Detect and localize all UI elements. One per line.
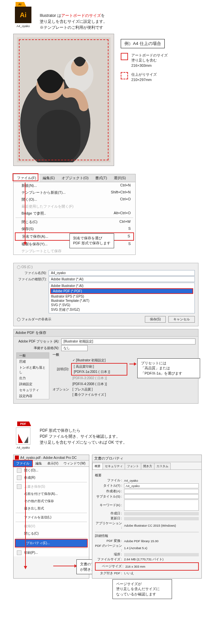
menuitem-save[interactable]: 保存(S)S	[14, 225, 135, 232]
menu-file[interactable]: ファイル(F)	[14, 174, 39, 182]
save-button[interactable]: 保存(S)	[145, 316, 166, 323]
callout-preset: プリセットには 「高品質」または 「PDF/X-1a」を選びます	[137, 358, 200, 378]
section-title: 一般	[53, 352, 195, 357]
ac-menu-view[interactable]: 表示(V)	[45, 461, 61, 466]
p-ver-value: 1.4 (Acrobat 5.x)	[124, 546, 199, 550]
pdf-badge: PDF	[17, 422, 29, 426]
preset-label: Adobe PDF プリセット (A):	[16, 339, 59, 344]
menuitem-new[interactable]: 新規(N)...Ctrl+N	[14, 182, 135, 189]
document-properties-window: 文書のプロパティ 概要 セキュリティ フォント 開き方 カスタム 概要 ファイル…	[92, 455, 202, 579]
arrow-to-properties	[25, 465, 26, 567]
tab-open[interactable]: 開き方	[141, 463, 154, 469]
tab-fonts[interactable]: フォント	[125, 463, 141, 469]
side-marks[interactable]: トンボと裁ち落とし	[17, 365, 49, 375]
menu-edit[interactable]: 編集(E)	[39, 174, 58, 182]
p-app-label: アプリケーション :	[95, 521, 122, 529]
menuitem-open[interactable]: 開く(O)...Ctrl+O	[14, 196, 135, 203]
side-compression[interactable]: 圧縮	[17, 359, 49, 365]
ac-menu-window[interactable]: ウィンドウ(W)	[61, 461, 88, 466]
p-title-label: タイトル(T) :	[95, 484, 122, 488]
p-modified-label: 更新日 :	[95, 516, 122, 521]
legend-title: 例）A4 仕上の場合	[121, 39, 165, 48]
filetype-ait[interactable]: Illustrator Template (*.AIT)	[49, 299, 194, 303]
arrow-horiz	[53, 566, 76, 566]
side-security[interactable]: セキュリティ	[17, 387, 49, 393]
pdf-sidebar[interactable]: 一般 圧縮 トンボと裁ち落とし 出力 詳細設定 セキュリティ 設定内容	[16, 352, 49, 399]
filetype-eps[interactable]: Illustrator EPS (*.EPS)	[49, 294, 194, 299]
p-page-label: ページサイズ :	[96, 564, 123, 569]
ai-badge: AI	[16, 2, 24, 7]
p-conv-label: PDF 変換 :	[95, 539, 122, 543]
p-keyword-input[interactable]	[124, 500, 199, 511]
legend-trim-text: 仕上がりサイズ 210×297mm	[131, 72, 157, 82]
ac-menu-file[interactable]: ファイル	[13, 460, 33, 467]
pdf-file-icon	[16, 427, 30, 445]
p-file-label: ファイル :	[95, 478, 122, 483]
menuitem-close[interactable]: 閉じる(C)Ctrl+W	[14, 219, 135, 225]
standard-select[interactable]: なし	[61, 345, 88, 351]
arrow-to-saveas	[25, 182, 25, 243]
opt-small[interactable]: [ 最小ファイルサイズ ]	[71, 392, 195, 397]
menu-select[interactable]: 選択(S)	[110, 174, 129, 182]
props-tabs[interactable]: 概要 セキュリティ フォント 開き方 カスタム	[92, 462, 201, 470]
ac-properties[interactable]: プロパティ(E)...	[15, 539, 88, 547]
p-size-label: ファイルサイズ :	[95, 557, 122, 562]
tab-security[interactable]: セキュリティ	[103, 463, 125, 469]
opt-highquality[interactable]: [ 高品質印刷 ]	[72, 364, 126, 369]
illustrator-menubar[interactable]: ファイル(F) 編集(E) オブジェクト(O) 書式(T) 選択(S)	[13, 174, 136, 182]
preset-arrow	[129, 364, 136, 364]
group-summary: 概要	[95, 473, 199, 478]
p-subtitle-label: サブタイトル(S) :	[95, 495, 122, 499]
opt-press[interactable]: [ プレス品質 ]	[71, 387, 195, 392]
folder-toggle[interactable]: ◯ フォルダーの非表示	[17, 317, 51, 322]
filetype-svg[interactable]: SVG (*.SVG)	[49, 303, 194, 307]
acrobat-app-icon	[15, 456, 19, 460]
tab-summary[interactable]: 概要	[92, 463, 103, 469]
p-conv-value: Adobe PDF library 15.00	[124, 539, 199, 543]
filetype-label: ファイルの種類(T):	[17, 277, 47, 282]
cancel-button[interactable]: キャンセル	[168, 316, 195, 323]
p-tag-label: タグ付き PDF :	[95, 571, 122, 576]
preset-select[interactable]: [Illustrator 初期設定]	[61, 339, 195, 344]
pdf-dialog-title: Adobe PDF を保存	[14, 329, 198, 337]
ac-menu-edit[interactable]: 編集	[33, 461, 45, 466]
legend-trim-icon	[121, 72, 128, 79]
p-app-value: Adobe Illustrator CC 2015 (Windows)	[124, 524, 199, 527]
menuitem-bridge[interactable]: Bridge で参照..Alt+Ctrl+O	[14, 210, 135, 217]
intro-line3: ※テンプレートのご利用が便利です	[40, 24, 107, 30]
save-dlg-os: ◯ OS (C:)	[17, 265, 195, 269]
filetype-list[interactable]: Adobe Illustrator (*.AI) Adobe PDF (*.PD…	[49, 283, 195, 313]
p-subtitle-input[interactable]	[124, 494, 199, 499]
acrobat-window: A4_oyako.pdf - Adobe Acrobat Pro DC ファイル…	[13, 455, 89, 579]
opt-x1a[interactable]: [PDF/X-1a:2001 ( 日本 )]	[72, 369, 126, 375]
menuitem-save-template[interactable]: テンプレートとして保存	[14, 248, 135, 255]
filetype-ai[interactable]: Adobe Illustrator (*.AI)	[49, 284, 194, 288]
p-created-label: 作成日 :	[95, 511, 122, 516]
side-output[interactable]: 出力	[17, 375, 49, 381]
p-title-input[interactable]: A4_oyako	[124, 483, 199, 488]
filename-input[interactable]: A4_oyako	[49, 270, 195, 276]
filetype-select[interactable]: Adobe Illustrator (*.AI)	[49, 276, 195, 282]
p-author-input[interactable]	[124, 489, 199, 494]
save-icon	[17, 484, 22, 489]
p-file-value: A4_oyako	[124, 479, 199, 482]
p-ver-label: PDF のバージョン :	[95, 544, 122, 552]
menu-object[interactable]: オブジェクト(O)	[58, 174, 92, 182]
menuitem-new-template[interactable]: テンプレートから新規(T)...Shift+Ctrl+N	[14, 189, 135, 196]
side-advanced[interactable]: 詳細設定	[17, 381, 49, 387]
side-summary[interactable]: 設定内容	[17, 393, 49, 399]
p-loc-value	[124, 553, 199, 556]
intro-line2: 塗り足しを含むサイズに設定します。	[40, 19, 107, 24]
filetype-svgz[interactable]: SVG 圧縮 (*.SVGZ)	[49, 307, 194, 312]
side-general[interactable]: 一般	[17, 353, 49, 359]
filename-label: ファイル名(N):	[17, 271, 47, 275]
desc-label: 説明(D):	[53, 367, 69, 372]
menu-format[interactable]: 書式(T)	[92, 174, 110, 182]
p-created-value	[124, 512, 199, 515]
callout-pagesize: ページサイズが 塗り足しを含んだサイズに なっているか確認します	[112, 579, 172, 599]
menuitem-recent[interactable]: 最近使用したファイルを開く(F)	[14, 203, 135, 210]
filetype-pdf[interactable]: Adobe PDF (*.PDF)	[50, 288, 193, 294]
opt-x4[interactable]: [PDF/X-4:2008 ( 日本 )]	[71, 382, 195, 387]
intro-line1a: Illustrator は	[40, 13, 61, 18]
tab-custom[interactable]: カスタム	[154, 463, 171, 469]
